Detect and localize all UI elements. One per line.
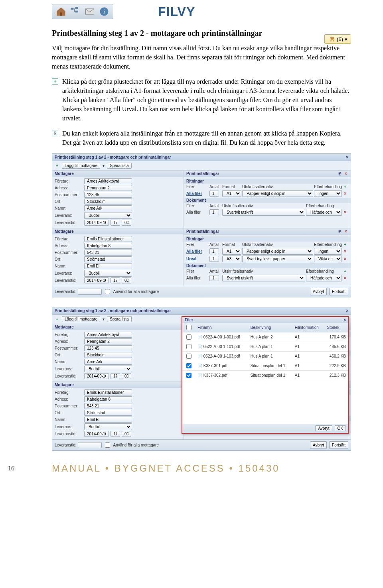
- namn-input[interactable]: [84, 263, 132, 269]
- row-checkbox[interactable]: [186, 373, 192, 378]
- postnr-input[interactable]: [84, 345, 132, 351]
- close-icon[interactable]: ×: [346, 309, 348, 313]
- plus-icon[interactable]: +: [343, 269, 347, 274]
- format-select[interactable]: A3: [222, 256, 241, 262]
- efter-select[interactable]: Ingen: [314, 248, 342, 255]
- tree-icon[interactable]: [70, 6, 81, 17]
- postnr-input[interactable]: [84, 192, 132, 198]
- delete-row-icon[interactable]: ×: [343, 275, 347, 280]
- apply-all-checkbox[interactable]: [105, 442, 110, 448]
- urval-link[interactable]: Urval: [186, 257, 209, 261]
- utskrift-select[interactable]: Papper enligt disciplin: [242, 190, 313, 197]
- format-select[interactable]: A1: [222, 190, 241, 197]
- close-icon[interactable]: ×: [346, 155, 348, 159]
- ort-input[interactable]: [84, 199, 132, 205]
- ort-input[interactable]: [84, 352, 132, 358]
- adress-input[interactable]: [84, 396, 132, 402]
- copy-icon[interactable]: ⎘: [338, 171, 342, 176]
- home-icon[interactable]: [55, 6, 67, 17]
- efter-select[interactable]: Häftade och hålade: [306, 275, 342, 281]
- row-checkbox[interactable]: [186, 363, 192, 368]
- alla-filer-link[interactable]: Alla filer: [186, 191, 209, 196]
- ort-input[interactable]: [84, 256, 132, 262]
- leverans-select[interactable]: Budbil: [84, 423, 132, 430]
- cancel-button[interactable]: Avbryt: [315, 425, 332, 431]
- date-input[interactable]: [84, 277, 109, 283]
- save-list-button[interactable]: Spara lista: [107, 163, 131, 169]
- namn-input[interactable]: [84, 359, 132, 365]
- adress-input[interactable]: [84, 338, 132, 344]
- footer-date-input[interactable]: [78, 442, 102, 448]
- foretag-input[interactable]: [84, 178, 132, 184]
- postnr-input[interactable]: [84, 403, 132, 409]
- hour-input[interactable]: [111, 277, 120, 283]
- hour-input[interactable]: [111, 431, 120, 437]
- leverans-select[interactable]: Budbil: [84, 366, 132, 372]
- delete-row-icon[interactable]: ×: [343, 256, 347, 261]
- plus-icon[interactable]: +: [55, 163, 59, 168]
- hour-input[interactable]: [111, 220, 120, 226]
- adress-input[interactable]: [84, 185, 132, 191]
- table-row[interactable]: 📄 0522-A-00 1-001.pdfHus A plan 2A1170.4…: [182, 332, 348, 342]
- cancel-button[interactable]: Avbryt: [310, 288, 327, 295]
- foretag-input[interactable]: [84, 236, 132, 242]
- leverans-select[interactable]: Budbil: [84, 270, 132, 277]
- alla-filer-link[interactable]: Alla filer: [186, 276, 209, 280]
- minute-input[interactable]: [122, 431, 131, 437]
- select-all-checkbox[interactable]: [186, 325, 192, 330]
- antal-input[interactable]: [209, 209, 219, 215]
- delete-row-icon[interactable]: ×: [343, 210, 347, 214]
- postnr-input[interactable]: [84, 250, 132, 256]
- add-recipient-button[interactable]: Lägg till mottagare: [62, 316, 100, 322]
- row-checkbox[interactable]: [186, 354, 192, 359]
- hour-input[interactable]: [111, 373, 120, 379]
- adress-input[interactable]: [84, 243, 132, 249]
- utskrift-select[interactable]: Papper enligt disciplin: [242, 248, 313, 255]
- plus-icon[interactable]: +: [343, 185, 347, 189]
- plus-icon[interactable]: +: [55, 317, 59, 321]
- antal-input[interactable]: [209, 275, 219, 281]
- utskrift-select[interactable]: Svart tryck vitt papper: [242, 256, 313, 262]
- mail-icon[interactable]: [84, 6, 95, 17]
- format-select[interactable]: A1: [222, 248, 241, 255]
- minute-input[interactable]: [122, 220, 131, 226]
- alla-filer-link[interactable]: Alla filer: [186, 210, 209, 214]
- info-icon[interactable]: i: [99, 6, 110, 17]
- alla-filer-link[interactable]: Alla filer: [186, 249, 209, 254]
- date-input[interactable]: [84, 431, 109, 437]
- table-row[interactable]: 📄 0522-A-00 1-103.pdfHus A plan 1A1460.2…: [182, 351, 348, 361]
- footer-date-input[interactable]: [78, 289, 102, 295]
- copy-icon[interactable]: ⎘: [338, 229, 342, 234]
- row-checkbox[interactable]: [186, 334, 192, 340]
- save-list-button[interactable]: Spara lista: [107, 316, 131, 322]
- minute-input[interactable]: [122, 373, 131, 379]
- delete-icon[interactable]: ×: [344, 171, 348, 176]
- close-icon[interactable]: ×: [344, 318, 346, 322]
- apply-all-checkbox[interactable]: [105, 289, 110, 294]
- namn-input[interactable]: [84, 417, 132, 423]
- table-row[interactable]: 📄 K337-302.pdfSituationsplan del 1A1212.…: [182, 370, 348, 380]
- minute-input[interactable]: [122, 277, 131, 283]
- cart-widget[interactable]: (6) ▾: [324, 34, 351, 44]
- utskrift-select[interactable]: Svartvit utskrift: [222, 275, 305, 281]
- efter-select[interactable]: Vikta och hålade: [314, 256, 342, 262]
- table-row[interactable]: 📄 0522-A-00 1-101.pdfHus A plan 1A1485.6…: [182, 342, 348, 351]
- utskrift-select[interactable]: Svartvit utskrift: [222, 209, 305, 216]
- date-input[interactable]: [84, 220, 109, 226]
- delete-icon[interactable]: ×: [344, 229, 348, 234]
- foretag-input[interactable]: [84, 389, 132, 395]
- date-input[interactable]: [84, 373, 109, 379]
- antal-input[interactable]: [209, 248, 219, 254]
- continue-button[interactable]: Fortsätt: [329, 288, 348, 295]
- plus-icon[interactable]: +: [343, 242, 347, 247]
- delete-row-icon[interactable]: ×: [343, 191, 347, 196]
- cancel-button[interactable]: Avbryt: [310, 441, 327, 449]
- antal-input[interactable]: [209, 191, 219, 197]
- delete-row-icon[interactable]: ×: [343, 249, 347, 254]
- namn-input[interactable]: [84, 205, 132, 211]
- ok-button[interactable]: OK: [335, 425, 346, 431]
- leverans-select[interactable]: Budbil: [84, 212, 132, 219]
- foretag-input[interactable]: [84, 332, 132, 338]
- row-checkbox[interactable]: [186, 344, 192, 349]
- efter-select[interactable]: Ingen: [314, 190, 342, 197]
